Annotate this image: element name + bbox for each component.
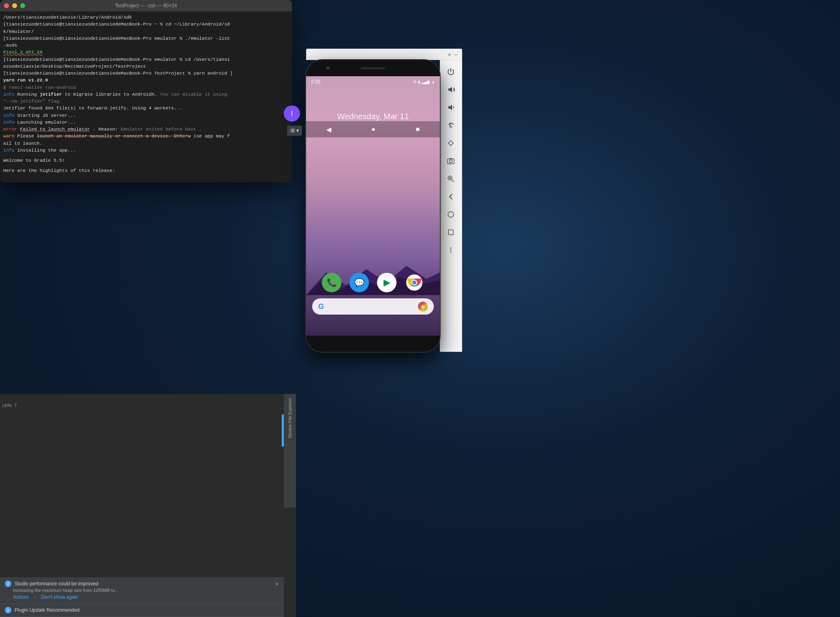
device-camera [326, 66, 330, 70]
emulator-window-controls: × − [448, 51, 458, 58]
device-file-explorer-label[interactable]: Device File Explorer [287, 398, 292, 438]
device-speaker [361, 67, 385, 69]
terminal-titlebar: TestProject — -zsh — 80×24 [0, 0, 292, 11]
battery-icon: ▮ [418, 80, 420, 84]
terminal-title: TestProject — -zsh — 80×24 [115, 3, 177, 9]
terminal-line-2: [tianxiezuodetianxie@tianxiezuodetianxie… [3, 21, 289, 28]
terminal-line-10: yarn run v1.22.0 [3, 77, 289, 84]
more-options-button[interactable] [443, 242, 459, 258]
performance-notif-title: Studio performance could be improved [15, 581, 98, 587]
android-date: Wednesday, Mar 11 [306, 112, 440, 121]
status-icons: ⚙ ▮ ▂▄▆ ▲ [413, 80, 435, 84]
android-nav-bar: ◀ ● ■ [306, 121, 440, 137]
device-file-explorer-tab[interactable]: Device File Explorer [284, 394, 296, 508]
terminal-line-23 [3, 164, 289, 167]
terminal-line-11: $ react-native run-android [3, 84, 289, 91]
plugin-info-icon: i [5, 607, 11, 613]
google-search-bar[interactable]: G ◉ [312, 298, 434, 315]
terminal-line-17: error Failed to launch emulator . Reason… [3, 126, 289, 133]
terminal-line-8: ezuodetianxie/Desktop/RectNativeProject/… [3, 63, 289, 70]
emulator-titlebar: × − [306, 49, 462, 60]
emulator-close-button[interactable]: × [448, 51, 451, 58]
terminal-window: TestProject — -zsh — 80×24 /Users/tianxi… [0, 0, 292, 182]
language-dropdown[interactable]: 体 ▾ [287, 126, 302, 136]
emulator-side-toolbar [440, 60, 462, 352]
svg-rect-7 [450, 158, 452, 159]
settings-icon: ⚙ [413, 80, 416, 84]
power-button[interactable] [443, 64, 459, 80]
recents-nav-button[interactable] [443, 224, 459, 240]
studio-top-area: uble ⇧ Device File Explorer [0, 394, 296, 508]
volume-up-button[interactable] [443, 81, 459, 98]
terminal-line-14: Jetifier found 864 file(s) to forward-je… [3, 105, 289, 111]
terminal-line-21 [3, 154, 289, 157]
android-date-display: Wednesday, Mar 11 [306, 112, 440, 121]
dont-show-again-button[interactable]: Don't show again [41, 594, 78, 600]
terminal-close-button[interactable] [4, 3, 9, 8]
svg-point-12 [448, 212, 454, 217]
phone-app-icon[interactable]: 📞 [322, 273, 341, 292]
svg-point-16 [450, 252, 452, 253]
terminal-line-1: /Users/tianxiezuodetianxie/Library/Andro… [3, 14, 289, 21]
plugin-notification: i Plugin Update Recommended [0, 604, 284, 617]
android-device: 2:35 ⚙ ▮ ▂▄▆ ▲ Wednesday, Mar 11 [306, 60, 440, 352]
studio-panel: uble ⇧ Device File Explorer i Studio per… [0, 394, 296, 617]
uble-text: uble ⇧ [2, 402, 18, 408]
terminal-line-9: [tianxiezuodetianxie@tianxiezuodetianxie… [3, 70, 289, 77]
svg-point-14 [450, 248, 452, 249]
android-apps-row: 📞 💬 ▶ [306, 273, 440, 292]
volume-down-button[interactable] [443, 99, 459, 116]
android-screen[interactable]: 2:35 ⚙ ▮ ▂▄▆ ▲ Wednesday, Mar 11 [306, 76, 440, 336]
svg-marker-4 [448, 141, 453, 146]
rotate-left-button[interactable] [443, 117, 459, 133]
android-recents-button[interactable]: ■ [416, 126, 420, 133]
terminal-line-13: "--no-jetifier" flag. [3, 98, 289, 105]
emulator-body: 2:35 ⚙ ▮ ▂▄▆ ▲ Wednesday, Mar 11 [306, 60, 462, 352]
svg-point-3 [412, 281, 416, 285]
chat-bubble[interactable]: I [284, 105, 300, 122]
status-time: 2:35 [311, 79, 320, 85]
svg-line-9 [452, 180, 454, 182]
notif-subtitle: Increasing the maximum heap size from 12… [5, 588, 279, 593]
svg-point-6 [450, 160, 452, 163]
device-top-bar [306, 60, 440, 76]
info-icon: i [5, 581, 11, 587]
notification-bar: i Studio performance could be improved ∨… [0, 577, 284, 617]
android-status-bar: 2:35 ⚙ ▮ ▂▄▆ ▲ [306, 76, 440, 88]
play-store-icon[interactable]: ▶ [377, 273, 396, 292]
android-dock-area: 📞 💬 ▶ [306, 273, 440, 319]
google-mic-icon[interactable]: ◉ [418, 302, 428, 311]
back-nav-button[interactable] [443, 189, 459, 205]
android-home-button[interactable]: ● [371, 126, 375, 133]
expand-arrow-icon[interactable]: ∨ [275, 581, 279, 587]
terminal-line-20: info Installing the app... [3, 147, 289, 154]
messages-app-icon[interactable]: 💬 [349, 273, 369, 292]
notif-actions: Actions ▾ Don't show again [5, 594, 279, 600]
wifi-icon: ▲ [431, 80, 435, 84]
terminal-line-19: ail to launch. [3, 140, 289, 147]
terminal-line-22: Welcome to Gradle 5.5! [3, 157, 289, 164]
terminal-line-18: warn Please launch an emulator manually … [3, 133, 289, 139]
home-nav-button[interactable] [443, 206, 459, 223]
terminal-line-3: k/emulator/ [3, 28, 289, 35]
device-bottom-bar [306, 336, 440, 352]
plugin-notif-header: i Plugin Update Recommended [5, 607, 279, 613]
actions-button[interactable]: Actions [13, 594, 29, 600]
rotate-right-button[interactable] [443, 135, 459, 151]
terminal-line-15: info Starting JS server... [3, 112, 289, 119]
plugin-notif-title: Plugin Update Recommended [15, 607, 79, 613]
terminal-maximize-button[interactable] [20, 3, 25, 8]
terminal-line-5: -avds [3, 42, 289, 49]
zoom-button[interactable] [443, 171, 459, 187]
emulator-container: × − 2:35 ⚙ ▮ ▂▄▆ ▲ [306, 49, 462, 352]
terminal-line-6: Pixel_2_API_28 [3, 49, 289, 56]
screenshot-button[interactable] [443, 153, 459, 169]
performance-notification: i Studio performance could be improved ∨… [0, 577, 284, 604]
terminal-body: /Users/tianxiezuodetianxie/Library/Andro… [0, 11, 292, 182]
svg-rect-13 [448, 230, 453, 235]
chrome-app-icon[interactable] [405, 273, 424, 292]
android-back-button[interactable]: ◀ [326, 126, 331, 133]
google-g-logo: G [318, 302, 324, 311]
terminal-minimize-button[interactable] [12, 3, 17, 8]
emulator-minimize-button[interactable]: − [454, 51, 458, 58]
